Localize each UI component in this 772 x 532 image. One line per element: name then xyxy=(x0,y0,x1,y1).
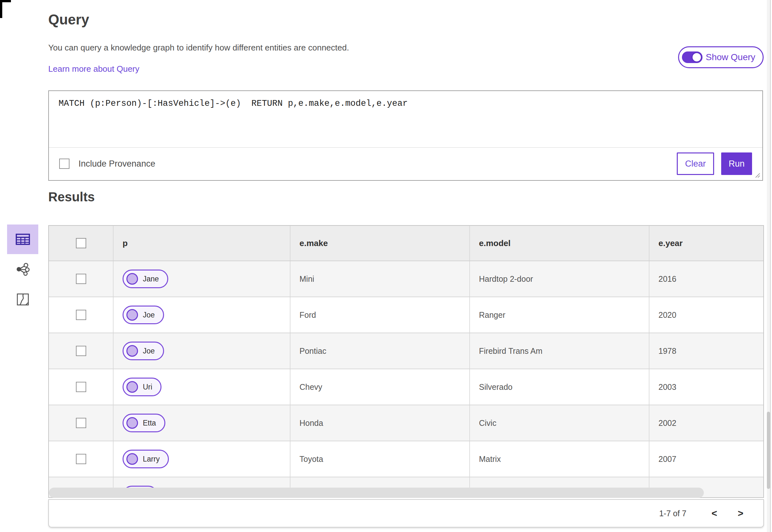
learn-more-link[interactable]: Learn more about Query xyxy=(48,64,139,74)
link-chart-view-icon xyxy=(16,262,30,276)
screen-corner-mark-left xyxy=(0,0,2,18)
table-row: Joe Pontiac Firebird Trans Am 1978 xyxy=(49,333,763,369)
entity-pill-label: Larry xyxy=(143,455,160,463)
header-checkbox-cell xyxy=(49,226,113,261)
row-checkbox[interactable] xyxy=(76,454,86,464)
row-checkbox[interactable] xyxy=(76,310,86,320)
entity-pill[interactable]: Joe xyxy=(123,342,164,360)
row-checkbox-cell xyxy=(49,441,113,477)
cell-e-model: Firebird Trans Am xyxy=(470,333,649,369)
cell-e-model: Ranger xyxy=(470,297,649,333)
entity-node-icon xyxy=(126,453,138,465)
link-chart-view-button[interactable] xyxy=(15,262,30,277)
table-row: Uri Chevy Silverado 2003 xyxy=(49,369,763,405)
entity-pill-label: Joe xyxy=(143,311,155,319)
row-checkbox[interactable] xyxy=(76,346,86,356)
entity-pill[interactable]: Larry xyxy=(123,450,169,468)
cell-p: Joe xyxy=(113,297,290,333)
query-textarea[interactable]: MATCH (p:Person)-[:HasVehicle]->(e) RETU… xyxy=(49,91,762,148)
entity-node-icon xyxy=(126,309,138,321)
map-view-button[interactable] xyxy=(15,292,30,307)
entity-pill[interactable]: Joe xyxy=(123,306,164,324)
entity-pill-label: Jane xyxy=(143,275,159,283)
entity-pill[interactable]: Uri xyxy=(123,378,161,396)
row-checkbox-cell xyxy=(49,333,113,369)
table-view-icon xyxy=(15,231,31,247)
cell-e-model: Hardtop 2-door xyxy=(470,261,649,297)
table-view-button[interactable] xyxy=(7,225,38,254)
cell-e-year: 2020 xyxy=(649,297,763,333)
results-footer: 1-7 of 7 < > xyxy=(48,499,764,527)
show-query-toggle[interactable]: Show Query xyxy=(678,46,764,68)
cell-e-year: 2003 xyxy=(649,369,763,405)
row-checkbox-cell xyxy=(49,297,113,333)
results-table-container: p e.make e.model e.year Jane Mini Hardto… xyxy=(48,225,764,498)
column-header-p: p xyxy=(113,226,290,261)
entity-pill[interactable]: Etta xyxy=(123,414,165,432)
column-header-e-make: e.make xyxy=(290,226,470,261)
cell-e-model: Matrix xyxy=(470,441,649,477)
page-title: Query xyxy=(48,12,89,28)
page-right-border xyxy=(770,0,771,532)
row-checkbox[interactable] xyxy=(76,382,86,392)
row-checkbox-cell xyxy=(49,369,113,405)
entity-node-icon xyxy=(126,417,138,429)
results-table: p e.make e.model e.year Jane Mini Hardto… xyxy=(49,226,763,498)
show-query-label: Show Query xyxy=(706,52,755,62)
cell-p: Uri xyxy=(113,369,290,405)
pagination-range-label: 1-7 of 7 xyxy=(659,509,686,518)
query-panel: MATCH (p:Person)-[:HasVehicle]->(e) RETU… xyxy=(48,90,763,181)
pagination-next-icon[interactable]: > xyxy=(738,508,743,519)
toggle-switch-icon[interactable] xyxy=(682,51,703,63)
cell-e-year: 2016 xyxy=(649,261,763,297)
clear-button[interactable]: Clear xyxy=(677,152,714,175)
row-checkbox-cell xyxy=(49,261,113,297)
column-header-e-year: e.year xyxy=(649,226,763,261)
cell-e-model: Civic xyxy=(470,405,649,441)
table-header-row: p e.make e.model e.year xyxy=(49,226,763,261)
cell-p: Joe xyxy=(113,333,290,369)
results-title: Results xyxy=(48,190,95,204)
cell-e-make: Honda xyxy=(290,405,470,441)
row-checkbox[interactable] xyxy=(76,418,86,428)
entity-node-icon xyxy=(126,345,138,357)
horizontal-scrollbar-thumb[interactable] xyxy=(49,488,704,498)
cell-e-year: 2007 xyxy=(649,441,763,477)
include-provenance-label: Include Provenance xyxy=(78,159,155,169)
row-checkbox-cell xyxy=(49,405,113,441)
cell-e-make: Toyota xyxy=(290,441,470,477)
cell-e-model: Silverado xyxy=(470,369,649,405)
pagination-prev-icon[interactable]: < xyxy=(712,508,717,519)
column-header-e-model: e.model xyxy=(470,226,649,261)
row-checkbox[interactable] xyxy=(76,274,86,284)
entity-node-icon xyxy=(126,273,138,285)
cell-p: Jane xyxy=(113,261,290,297)
entity-pill-label: Uri xyxy=(143,383,152,391)
page-description: You can query a knowledge graph to ident… xyxy=(48,43,349,53)
select-all-checkbox[interactable] xyxy=(76,238,86,248)
run-button[interactable]: Run xyxy=(721,152,752,175)
toggle-knob xyxy=(692,52,702,62)
results-table-body: Jane Mini Hardtop 2-door 2016 Joe Ford R… xyxy=(49,261,763,498)
cell-e-make: Ford xyxy=(290,297,470,333)
cell-e-year: 1978 xyxy=(649,333,763,369)
entity-pill-label: Etta xyxy=(143,419,156,427)
entity-node-icon xyxy=(126,381,138,393)
include-provenance-checkbox[interactable] xyxy=(59,159,69,169)
textarea-resize-handle-icon[interactable] xyxy=(754,172,761,179)
cell-p: Larry xyxy=(113,441,290,477)
query-page: Query You can query a knowledge graph to… xyxy=(0,0,772,532)
cell-e-make: Mini xyxy=(290,261,470,297)
table-row: Joe Ford Ranger 2020 xyxy=(49,297,763,333)
map-view-icon xyxy=(16,293,30,306)
table-row: Larry Toyota Matrix 2007 xyxy=(49,441,763,477)
cell-e-make: Pontiac xyxy=(290,333,470,369)
cell-e-make: Chevy xyxy=(290,369,470,405)
vertical-scrollbar-thumb[interactable] xyxy=(767,412,770,489)
table-row: Jane Mini Hardtop 2-door 2016 xyxy=(49,261,763,297)
table-row: Etta Honda Civic 2002 xyxy=(49,405,763,441)
query-actions-row: Include Provenance Clear Run xyxy=(49,148,762,180)
cell-e-year: 2002 xyxy=(649,405,763,441)
entity-pill[interactable]: Jane xyxy=(123,270,168,288)
cell-p: Etta xyxy=(113,405,290,441)
